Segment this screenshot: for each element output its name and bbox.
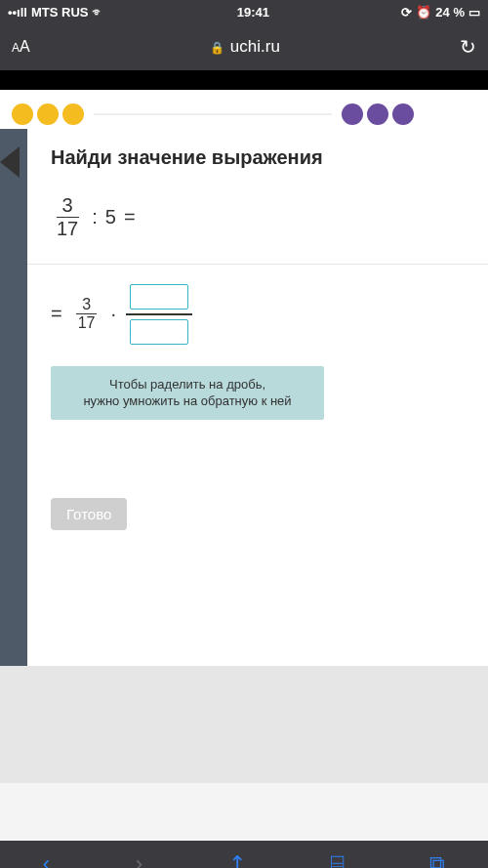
address-bar[interactable]: uchi.ru <box>42 37 448 57</box>
wifi-icon: ᯤ <box>92 5 104 20</box>
lock-icon <box>210 37 224 57</box>
carrier-label: MTS RUS <box>31 5 89 20</box>
reload-button[interactable]: ↻ <box>460 35 476 59</box>
numerator-input[interactable] <box>130 284 188 310</box>
empty-area <box>0 666 488 783</box>
divisor: 5 <box>105 206 116 228</box>
orientation-lock-icon: ⟳ <box>401 5 412 20</box>
battery-icon: ▭ <box>468 5 480 20</box>
fraction-numerator: 3 <box>76 296 97 314</box>
equals: = <box>124 206 136 228</box>
side-strip <box>0 129 27 666</box>
multiply-op: · <box>110 303 116 325</box>
progress-dot-pending <box>367 103 388 125</box>
nav-forward-button[interactable]: › <box>136 851 142 868</box>
signal-icon: ••ıll <box>8 5 27 20</box>
alarm-icon: ⏰ <box>416 5 431 20</box>
share-button[interactable]: ↥ <box>228 851 246 868</box>
equals: = <box>51 303 62 325</box>
expression-given: 3 17 : 5 = <box>51 194 465 264</box>
hint-box: Чтобы раделить на дробь, нужно умножить … <box>51 366 324 420</box>
expression-answer: = 3 17 · <box>51 284 465 345</box>
fraction-denominator: 17 <box>72 314 102 332</box>
progress-dot-done <box>37 103 59 125</box>
bookmarks-button[interactable]: ⌸ <box>331 851 344 868</box>
url-host: uchi.ru <box>230 37 280 57</box>
fraction-numerator: 3 <box>57 194 79 218</box>
status-bar: ••ıll MTS RUS ᯤ 19:41 ⟳ ⏰ 24 % ▭ <box>0 0 488 23</box>
tabs-button[interactable]: ⧉ <box>429 851 445 868</box>
battery-pct: 24 % <box>435 5 465 20</box>
page-content: Найди значение выражения 3 17 : 5 = = 3 … <box>0 90 488 841</box>
fraction-bar <box>126 313 192 315</box>
task-heading: Найди значение выражения <box>51 146 465 169</box>
progress-dots <box>0 90 488 127</box>
progress-dot-pending <box>342 103 363 125</box>
divide-op: : <box>92 206 98 228</box>
progress-dot-pending <box>392 103 414 125</box>
done-button[interactable]: Готово <box>51 498 127 530</box>
browser-toolbar: ‹ › ↥ ⌸ ⧉ <box>0 841 488 868</box>
progress-dot-done <box>62 103 84 125</box>
fraction-denominator: 17 <box>51 218 84 240</box>
browser-nav-bar: AA uchi.ru ↻ <box>0 23 488 70</box>
text-size-button[interactable]: AA <box>12 38 30 56</box>
clock: 19:41 <box>104 5 401 20</box>
nav-back-button[interactable]: ‹ <box>43 851 50 868</box>
denominator-input[interactable] <box>130 319 188 345</box>
progress-dot-done <box>12 103 33 125</box>
back-arrow[interactable] <box>0 146 20 178</box>
